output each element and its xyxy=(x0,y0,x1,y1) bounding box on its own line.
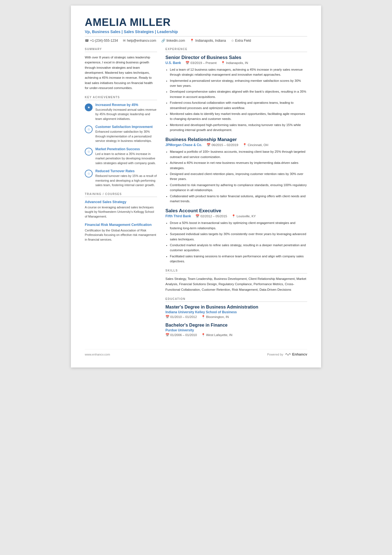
contact-location: 📍 Indianapolis, Indiana xyxy=(190,39,226,43)
pin-icon: 📍 xyxy=(201,333,205,337)
linkedin-icon: 🔗 xyxy=(161,39,165,43)
contact-row: ☎ +1-(234)-555-1234 ✉ help@enhancv.com 🔗… xyxy=(85,36,307,43)
bullet-item: Collaborated with product teams to tailo… xyxy=(170,194,307,204)
header: AMELIA MILLER Vp, Business Sales | Sales… xyxy=(85,17,307,43)
bullet-item: Contributed to risk management by adheri… xyxy=(170,182,307,193)
degree-title: Bachelor's Degree in Finance xyxy=(165,323,307,328)
achievement-title: Reduced Turnover Rates xyxy=(95,169,157,173)
contact-extra: ☆ Extra Field xyxy=(231,39,251,43)
achievement-content: Customer Satisfaction Improvement Enhanc… xyxy=(95,125,157,143)
calendar-icon: 📅 xyxy=(207,143,210,147)
job-date: 📅 02/2012 – 05/2015 xyxy=(195,214,227,218)
job-bullets: Managed a portfolio of 100+ business acc… xyxy=(165,149,307,204)
summary-section-title: SUMMARY xyxy=(85,48,157,52)
powered-by-text: Powered by xyxy=(267,353,283,356)
pin-icon: 📍 xyxy=(232,214,235,218)
school-name: Purdue University xyxy=(165,328,307,332)
edu-location: 📍 West Lafayette, IN xyxy=(201,333,232,337)
experience-section-title: EXPERIENCE xyxy=(165,48,307,52)
contact-email: ✉ help@enhancv.com xyxy=(123,39,156,43)
achievement-title: Customer Satisfaction Improvement xyxy=(95,125,157,129)
footer-branding: Powered by Enhancv xyxy=(267,352,307,356)
bullet-item: Implemented a personalized service strat… xyxy=(170,78,307,88)
skills-text: Sales Strategy, Team Leadership, Busines… xyxy=(165,276,307,293)
achievement-icon-outline: ☆ xyxy=(85,125,93,133)
phone-text: +1-(234)-555-1234 xyxy=(90,39,118,43)
achievements-section-title: KEY ACHIEVEMENTS xyxy=(85,96,157,100)
job-location: 📍 Indianapolis, IN xyxy=(221,61,248,65)
education-item: Master's Degree in Business Administrati… xyxy=(165,305,307,319)
extra-text: Extra Field xyxy=(235,39,251,43)
contact-linkedin: 🔗 linkedin.com xyxy=(161,39,185,43)
edu-meta: 📅 01/2010 – 01/2012 📍 Bloomington, IN xyxy=(165,315,307,319)
training-desc: A course on leveraging advanced sales te… xyxy=(85,205,157,219)
two-column-layout: SUMMARY With over 8 years of strategic s… xyxy=(85,48,307,341)
bullet-item: Fostered cross-functional collaboration … xyxy=(170,100,307,110)
footer: www.enhancv.com Powered by Enhancv xyxy=(85,349,307,356)
summary-text: With over 8 years of strategic sales lea… xyxy=(85,55,157,91)
calendar-icon: 📅 xyxy=(165,315,169,319)
job-meta: U.S. Bank 📅 03/2019 – Present 📍 Indianap… xyxy=(165,61,307,65)
contact-phone: ☎ +1-(234)-555-1234 xyxy=(85,39,118,43)
calendar-icon: 📅 xyxy=(195,214,199,218)
training-desc: Certification by the Global Association … xyxy=(85,228,157,242)
bullet-item: Designed and executed client retention p… xyxy=(170,171,307,182)
bullet-item: Managed a portfolio of 100+ business acc… xyxy=(170,149,307,159)
bullet-item: Conducted market analysis to refine sale… xyxy=(170,243,307,253)
calendar-icon: 📅 xyxy=(185,61,189,65)
training-item: Financial Risk Management Certification … xyxy=(85,223,157,242)
edu-meta: 📅 01/2006 – 01/2010 📍 West Lafayette, IN xyxy=(165,333,307,337)
job-title: Business Relationship Manager xyxy=(165,137,307,142)
achievement-desc: Reduced turnover rates by 15% as a resul… xyxy=(95,174,157,188)
job-meta: Fifth Third Bank 📅 02/2012 – 05/2015 📍 L… xyxy=(165,214,307,218)
edu-location: 📍 Bloomington, IN xyxy=(201,315,229,319)
bullet-item: Mentored and developed high-performing s… xyxy=(170,122,307,133)
achievement-item: ☆ Reduced Turnover Rates Reduced turnove… xyxy=(85,169,157,188)
achievement-icon-outline: ☆ xyxy=(85,170,93,177)
achievement-title: Market Penetration Success xyxy=(95,147,157,151)
pin-icon: 📍 xyxy=(201,315,205,319)
brand-name: Enhancv xyxy=(292,352,307,356)
bullet-item: Facilitated sales training sessions to e… xyxy=(170,254,307,264)
achievement-desc: Led a team to achieve a 35% increase in … xyxy=(95,152,157,166)
pin-icon: 📍 xyxy=(221,61,225,65)
job-title: Senior Director of Business Sales xyxy=(165,55,307,60)
achievement-icon-outline: ☆ xyxy=(85,148,93,156)
bullet-item: Surpassed individual sales targets by 30… xyxy=(170,231,307,242)
achievement-content: Increased Revenue by 45% Successfully in… xyxy=(95,103,157,121)
training-item: Advanced Sales Strategy A course on leve… xyxy=(85,200,157,219)
achievement-item: ★ Increased Revenue by 45% Successfully … xyxy=(85,103,157,121)
achievement-content: Reduced Turnover Rates Reduced turnover … xyxy=(95,169,157,188)
job-company: U.S. Bank xyxy=(165,61,181,65)
education-item: Bachelor's Degree in Finance Purdue Univ… xyxy=(165,323,307,337)
enhancv-logo: Enhancv xyxy=(285,352,307,356)
bullet-item: Developed comprehensive sales strategies… xyxy=(170,89,307,99)
left-column: SUMMARY With over 8 years of strategic s… xyxy=(85,48,157,341)
achievement-desc: Enhanced customer satisfaction by 30% th… xyxy=(95,129,157,143)
achievement-item: ☆ Market Penetration Success Led a team … xyxy=(85,147,157,166)
right-column: EXPERIENCE Senior Director of Business S… xyxy=(165,48,307,341)
achievement-content: Market Penetration Success Led a team to… xyxy=(95,147,157,166)
email-icon: ✉ xyxy=(123,39,126,43)
phone-icon: ☎ xyxy=(85,39,89,43)
achievement-title: Increased Revenue by 45% xyxy=(95,103,157,107)
achievement-item: ☆ Customer Satisfaction Improvement Enha… xyxy=(85,125,157,143)
resume-page: AMELIA MILLER Vp, Business Sales | Sales… xyxy=(71,6,321,367)
training-title: Financial Risk Management Certification xyxy=(85,223,157,227)
school-name: Indiana University Kelley School of Busi… xyxy=(165,310,307,314)
achievement-desc: Successfully increased annual sales reve… xyxy=(95,107,157,121)
job-bullets: Drove a 50% boost in transactional sales… xyxy=(165,220,307,264)
logo-icon xyxy=(285,352,291,356)
bullet-item: Led a team of 12 business sales managers… xyxy=(170,67,307,77)
job-company: JPMorgan Chase & Co. xyxy=(165,143,202,147)
job-date: 📅 03/2019 – Present xyxy=(185,61,217,65)
candidate-title: Vp, Business Sales | Sales Strategies | … xyxy=(85,29,307,34)
achievement-icon-filled: ★ xyxy=(85,103,93,111)
bullet-item: Achieved a 40% increase in net new busin… xyxy=(170,160,307,171)
linkedin-text: linkedin.com xyxy=(167,39,185,43)
location-icon: 📍 xyxy=(190,39,194,43)
extra-icon: ☆ xyxy=(231,39,234,43)
bullet-item: Monitored sales data to identify key mar… xyxy=(170,111,307,122)
training-section-title: TRAINING / COURSES xyxy=(85,193,157,197)
edu-date: 📅 01/2006 – 01/2010 xyxy=(165,333,197,337)
